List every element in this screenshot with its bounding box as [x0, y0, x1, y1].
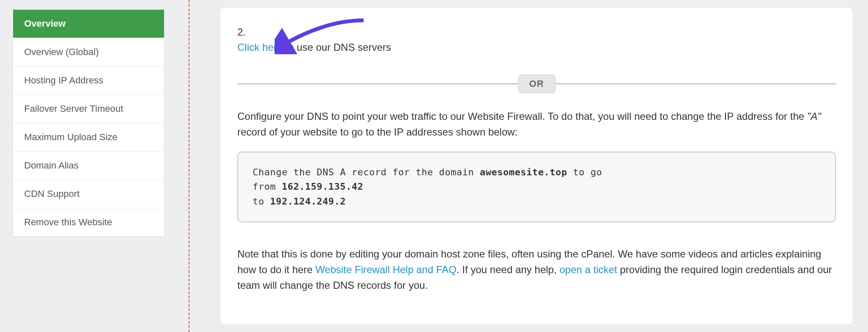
sidebar-item-label: Hosting IP Address: [24, 75, 103, 86]
note-b: . If you need any help,: [456, 264, 559, 275]
sidebar-item-domain-alias[interactable]: Domain Alias: [13, 152, 164, 180]
instructions-paragraph: Configure your DNS to point your web tra…: [237, 108, 836, 140]
sidebar: Overview Overview (Global) Hosting IP Ad…: [13, 9, 164, 237]
note-paragraph: Note that this is done by editing your d…: [237, 246, 836, 293]
para1-b: record of your website to go to the IP a…: [237, 126, 517, 138]
code-to-ip: 192.124.249.2: [270, 196, 346, 207]
divider-line-left: [237, 83, 518, 84]
sidebar-item-remove-website[interactable]: Remove this Website: [13, 208, 164, 236]
click-here-link[interactable]: Click here: [237, 42, 283, 53]
para1-italic: "A": [807, 111, 821, 122]
code-from-ip: 162.159.135.42: [282, 181, 363, 192]
help-faq-link[interactable]: Website Firewall Help and FAQ: [315, 264, 456, 275]
main-card: 2. Click here to use our DNS servers OR …: [220, 8, 853, 324]
step-rest-text: to use our DNS servers: [283, 42, 391, 53]
code-text: from: [253, 181, 282, 192]
divider-line-right: [556, 83, 836, 84]
step-line: Click here to use our DNS servers: [237, 40, 836, 55]
or-divider: OR: [237, 75, 836, 93]
step-number: 2.: [237, 26, 836, 38]
code-domain: awesomesite.top: [480, 167, 567, 177]
para1-a: Configure your DNS to point your web tra…: [237, 111, 807, 122]
code-line-3: to 192.124.249.2: [253, 194, 821, 209]
or-badge: OR: [518, 75, 556, 93]
sidebar-item-label: Maximum Upload Size: [24, 132, 117, 142]
code-text: to: [253, 196, 270, 207]
dns-code-box: Change the DNS A record for the domain a…: [237, 152, 836, 222]
sidebar-item-overview-global[interactable]: Overview (Global): [13, 38, 164, 66]
sidebar-item-label: Remove this Website: [24, 217, 112, 227]
code-line-1: Change the DNS A record for the domain a…: [253, 165, 821, 180]
code-text: Change the DNS A record for the domain: [253, 167, 480, 177]
sidebar-item-label: CDN Support: [24, 188, 80, 199]
sidebar-item-label: Failover Server Timeout: [24, 103, 123, 114]
sidebar-item-overview[interactable]: Overview: [13, 10, 164, 38]
sidebar-item-max-upload[interactable]: Maximum Upload Size: [13, 123, 164, 152]
open-ticket-link[interactable]: open a ticket: [559, 264, 617, 275]
sidebar-item-label: Overview (Global): [24, 47, 99, 57]
sidebar-item-failover-timeout[interactable]: Failover Server Timeout: [13, 95, 164, 123]
code-line-2: from 162.159.135.42: [253, 180, 821, 194]
code-text: to go: [567, 167, 602, 177]
sidebar-item-hosting-ip[interactable]: Hosting IP Address: [13, 66, 164, 95]
sidebar-item-label: Overview: [24, 18, 66, 29]
sidebar-item-label: Domain Alias: [24, 160, 78, 171]
annotation-dashed-line: [189, 0, 189, 332]
sidebar-item-cdn-support[interactable]: CDN Support: [13, 180, 164, 208]
